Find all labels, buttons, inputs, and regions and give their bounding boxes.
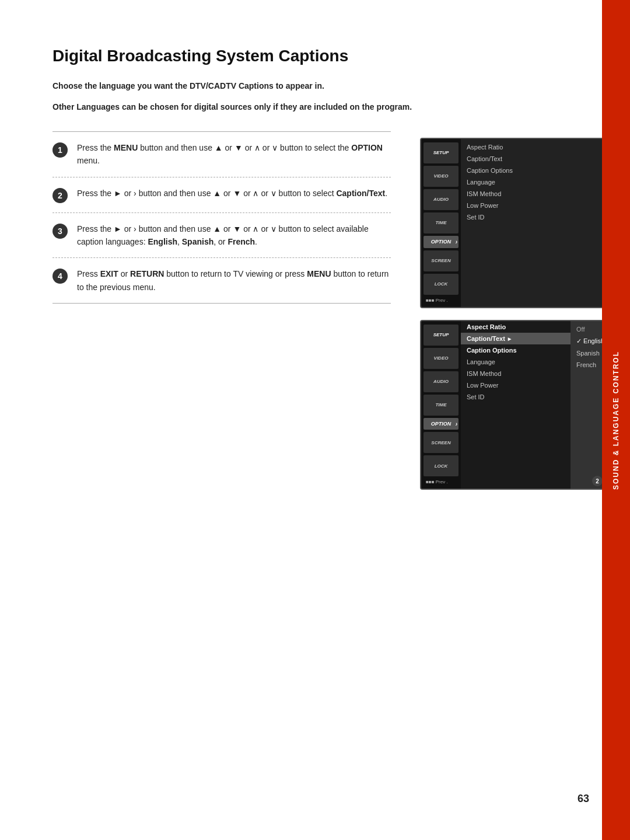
step-2-text: Press the ► or › button and then use ▲ o… — [77, 187, 387, 200]
menu-item-set-id-1: Set ID — [461, 211, 617, 223]
step-number-3: 3 — [52, 224, 68, 239]
sidebar-option: OPTION — [424, 236, 459, 248]
menu-item-language-2: Language — [461, 356, 570, 368]
sidebar-video: VIDEO — [424, 166, 459, 187]
sidebar-time: TIME — [424, 212, 459, 233]
sidebar-label: SOUND & LANGUAGE CONTROL — [612, 351, 620, 490]
step-number-1: 1 — [52, 142, 68, 158]
menu-item-aspect-ratio-1: Aspect Ratio — [461, 141, 617, 153]
submenu-arrow: ► — [507, 336, 515, 342]
menu-main-1: Aspect Ratio Caption/Text Caption Option… — [461, 139, 617, 307]
menu-item-caption-text-1: Caption/Text — [461, 153, 617, 165]
menu-item-set-id-2: Set ID — [461, 391, 570, 403]
main-content: Digital Broadcasting System Captions Cho… — [0, 0, 560, 536]
sidebar-screen: SCREEN — [424, 250, 459, 271]
menu-item-language-1: Language — [461, 176, 617, 188]
sidebar-lock: LOCK — [424, 274, 459, 295]
menu-screenshot-2: SETUP VIDEO AUDIO TIME OPTION SCREEN LOC… — [420, 320, 618, 490]
menu-display-1: SETUP VIDEO AUDIO TIME OPTION SCREEN LOC… — [420, 138, 618, 308]
menu-row-2: Aspect Ratio Caption/Text ► Caption Opti… — [461, 321, 617, 489]
intro-paragraph-2: Other Languages can be chosen for digita… — [52, 100, 508, 113]
step-number-4: 4 — [52, 269, 68, 284]
menu-prev-1: ■■■ Prev . — [421, 296, 461, 305]
sidebar2-audio: AUDIO — [424, 371, 459, 392]
right-sidebar: SOUND & LANGUAGE CONTROL — [602, 0, 630, 840]
menu-display-2: SETUP VIDEO AUDIO TIME OPTION SCREEN LOC… — [420, 320, 618, 490]
step-3-text: Press the ► or › button and then use ▲ o… — [77, 222, 391, 249]
step-3: 3 Press the ► or › button and then use ▲… — [52, 213, 391, 259]
page-number: 63 — [578, 793, 589, 805]
sidebar-setup: SETUP — [424, 142, 459, 163]
step-1-text: Press the MENU button and then use ▲ or … — [77, 141, 391, 168]
step-number-2: 2 — [52, 188, 68, 203]
step-badge-2: 2 — [592, 476, 603, 486]
page-title: Digital Broadcasting System Captions — [52, 47, 508, 65]
sidebar2-video: VIDEO — [424, 348, 459, 369]
steps-right: SETUP VIDEO AUDIO TIME OPTION SCREEN LOC… — [420, 132, 618, 502]
menu-item-caption-options-1: Caption Options — [461, 165, 617, 176]
sidebar2-screen: SCREEN — [424, 432, 459, 453]
menu-col-left-2: Aspect Ratio Caption/Text ► Caption Opti… — [461, 321, 570, 489]
step-4-text: Press EXIT or RETURN button to return to… — [77, 267, 391, 294]
menu-item-aspect-ratio-2: Aspect Ratio — [461, 321, 570, 333]
menu-screenshot-1: SETUP VIDEO AUDIO TIME OPTION SCREEN LOC… — [420, 138, 618, 308]
sidebar2-option: OPTION — [424, 418, 459, 430]
sidebar-audio: AUDIO — [424, 189, 459, 210]
menu-item-low-power-1: Low Power — [461, 200, 617, 211]
intro-paragraph-1: Choose the language you want the DTV/CAD… — [52, 79, 508, 92]
step-4: 4 Press EXIT or RETURN button to return … — [52, 258, 391, 304]
menu-item-ism-2: ISM Method — [461, 368, 570, 379]
menu-item-caption-options-2: Caption Options — [461, 344, 570, 356]
menu-item-caption-text-2: Caption/Text ► — [461, 333, 570, 344]
menu-prev-2: ■■■ Prev . — [421, 477, 461, 486]
step-1: 1 Press the MENU button and then use ▲ o… — [52, 132, 391, 177]
menu-item-low-power-2: Low Power — [461, 379, 570, 391]
sidebar2-time: TIME — [424, 395, 459, 416]
sidebar2-lock: LOCK — [424, 455, 459, 476]
step-2: 2 Press the ► or › button and then use ▲… — [52, 177, 391, 213]
menu-item-ism-1: ISM Method — [461, 188, 617, 200]
menu-sidebar-1: SETUP VIDEO AUDIO TIME OPTION SCREEN LOC… — [421, 139, 461, 307]
sidebar2-setup: SETUP — [424, 325, 459, 346]
steps-area: 1 Press the MENU button and then use ▲ o… — [52, 132, 508, 502]
steps-left: 1 Press the MENU button and then use ▲ o… — [52, 132, 391, 502]
menu-sidebar-2: SETUP VIDEO AUDIO TIME OPTION SCREEN LOC… — [421, 321, 461, 489]
